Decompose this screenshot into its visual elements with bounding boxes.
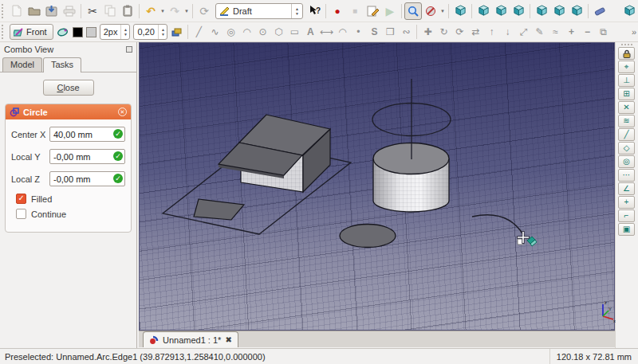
snap-perpendicular-icon[interactable]: ⊥ (618, 74, 635, 87)
autogroup-icon[interactable] (169, 24, 185, 40)
view-bottom-icon[interactable] (550, 2, 568, 20)
macro-edit-icon[interactable] (364, 2, 381, 20)
draft-shapestring-icon[interactable]: • (350, 24, 366, 40)
draft-toolbar-drag-handle[interactable] (2, 25, 6, 39)
scale-arrows[interactable]: ▲▼ (158, 25, 167, 39)
snap-parallel-icon[interactable]: ≋ (618, 115, 635, 127)
circle-tool-icon (10, 107, 20, 117)
working-plane-button[interactable]: Front (10, 24, 53, 40)
snap-grid-icon[interactable]: ⊞ (618, 88, 635, 100)
new-document-icon[interactable] (8, 2, 26, 20)
snap-center-icon[interactable]: ◎ (618, 155, 635, 168)
draft-text-icon[interactable]: A (302, 24, 318, 40)
draft-offset-icon[interactable]: ⟳ (451, 24, 467, 40)
draft-ellipse-icon[interactable]: ⊙ (254, 24, 270, 40)
view-front-icon[interactable] (475, 2, 492, 20)
3d-scene: z x Y (140, 43, 616, 330)
document-tab-close-icon[interactable]: ✖ (225, 335, 231, 344)
fit-all-icon[interactable] (404, 2, 422, 20)
field-label-local-z: Local Z (11, 174, 49, 184)
snap-ortho-icon[interactable]: ⌐ (618, 209, 635, 222)
axis-indicator: z x Y (603, 300, 616, 323)
undo-dropdown-icon[interactable]: ▼ (160, 3, 166, 19)
view-top-icon[interactable] (492, 2, 510, 20)
draft-wire-to-bspline-icon[interactable]: ≈ (547, 24, 563, 40)
snap-lock-icon[interactable] (618, 47, 635, 60)
line-width-arrows[interactable]: ▲▼ (120, 25, 129, 39)
construction-mode-icon[interactable] (55, 24, 71, 40)
workbench-selector-arrows: ▲▼ (291, 4, 302, 18)
filled-checkbox[interactable] (16, 194, 26, 204)
snap-endpoint-icon[interactable]: ⌖ (618, 61, 635, 73)
face-color-swatch[interactable] (86, 27, 96, 37)
paste-icon[interactable] (119, 2, 136, 20)
copy-icon[interactable] (101, 2, 119, 20)
document-tab-label: Unnamed1 : 1* (163, 335, 221, 345)
open-document-icon[interactable] (26, 2, 43, 20)
view-isometric-extra-icon[interactable] (620, 2, 638, 20)
snap-dimensions-icon[interactable]: ⋯ (618, 169, 635, 182)
draft-circle-icon[interactable]: ◎ (223, 24, 238, 40)
draft-downgrade-icon[interactable]: ↓ (499, 24, 515, 40)
snap-midpoint-icon[interactable]: + (618, 196, 635, 209)
draft-trimex-icon[interactable]: ⇄ (467, 24, 483, 40)
toolbar-overflow-icon[interactable]: » (632, 27, 636, 37)
line-color-swatch[interactable] (73, 27, 83, 37)
draft-scale-icon[interactable]: ⤢ (515, 24, 531, 40)
snap-toolbar-drag-handle[interactable] (621, 44, 632, 45)
draw-style-icon[interactable] (422, 2, 439, 20)
draft-wire-icon[interactable]: ∿ (207, 24, 223, 40)
draft-rotate-icon[interactable]: ↻ (435, 24, 451, 40)
snap-angle-icon[interactable]: ∠ (618, 182, 635, 195)
undo-icon[interactable]: ↶ (142, 2, 160, 20)
draft-line-icon[interactable]: ╱ (191, 24, 207, 40)
snap-special-icon[interactable]: ◇ (618, 142, 635, 155)
draft-dimension-icon[interactable]: ⟷ (318, 24, 334, 40)
draft-point-icon[interactable]: ◠ (334, 24, 350, 40)
macro-stop-icon[interactable]: ■ (346, 2, 364, 20)
refresh-icon[interactable]: ⟳ (195, 2, 213, 20)
draft-edit-icon[interactable]: ✎ (531, 24, 547, 40)
line-width-spinbox[interactable]: 2px ▲▼ (100, 24, 131, 40)
document-tab[interactable]: Unnamed1 : 1* ✖ (143, 331, 238, 347)
draft-polygon-icon[interactable]: ⬡ (270, 24, 286, 40)
draft-bspline-icon[interactable]: S (366, 24, 382, 40)
view-left-icon[interactable] (568, 2, 585, 20)
draw-style-dropdown-icon[interactable]: ▼ (439, 3, 446, 19)
scale-spinbox[interactable]: 0,20 ▲▼ (133, 24, 167, 40)
draft-workbench-icon (219, 6, 230, 16)
draft-to-sketch-icon[interactable]: ⧉ (595, 24, 611, 40)
measure-icon[interactable] (591, 2, 608, 20)
cut-icon[interactable]: ✂ (84, 2, 101, 20)
macro-play-icon[interactable]: ▶ (381, 2, 399, 20)
draft-upgrade-icon[interactable]: ↑ (483, 24, 499, 40)
dock-float-icon[interactable] (126, 46, 132, 53)
task-close-icon[interactable]: ✕ (118, 108, 127, 116)
print-icon[interactable] (61, 2, 78, 20)
redo-dropdown-icon[interactable]: ▼ (183, 3, 190, 19)
tab-model[interactable]: Model (2, 57, 42, 72)
snap-near-icon[interactable]: ╱ (618, 128, 635, 141)
snap-working-plane-icon[interactable]: ▣ (618, 223, 635, 236)
view-axonometric-icon[interactable] (451, 2, 469, 20)
draft-delete-point-icon[interactable]: − (579, 24, 595, 40)
toolbar-drag-handle[interactable] (2, 4, 6, 18)
view-rear-icon[interactable] (533, 2, 550, 20)
draft-move-icon[interactable]: ✚ (419, 24, 435, 40)
draft-bezcurve-icon[interactable]: ∾ (398, 24, 414, 40)
draft-rectangle-icon[interactable]: ▭ (286, 24, 302, 40)
workbench-selector[interactable]: Draft ▲▼ (215, 3, 303, 19)
redo-icon[interactable]: ↷ (166, 2, 183, 20)
draft-arc-icon[interactable]: ◠ (238, 24, 254, 40)
save-icon[interactable] (43, 2, 61, 20)
close-button[interactable]: Close (43, 80, 94, 96)
tab-tasks[interactable]: Tasks (43, 57, 81, 72)
whats-this-icon[interactable]: ? (305, 2, 323, 20)
macro-record-icon[interactable]: ● (329, 2, 346, 20)
draft-facebinder-icon[interactable]: ❒ (382, 24, 398, 40)
snap-intersection-icon[interactable]: ✕ (618, 101, 635, 114)
3d-viewport[interactable]: z x Y (139, 42, 615, 331)
continue-checkbox[interactable] (16, 209, 26, 219)
draft-add-point-icon[interactable]: + (563, 24, 579, 40)
view-right-icon[interactable] (510, 2, 527, 20)
